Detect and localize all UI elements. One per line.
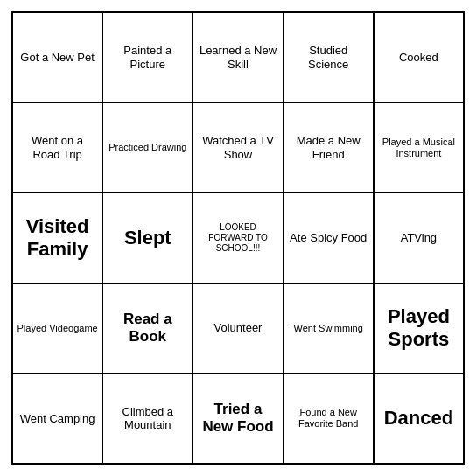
cell-16: Read a Book — [102, 284, 192, 374]
cell-13: Ate Spicy Food — [284, 192, 374, 283]
cell-7: Watched a TV Show — [192, 102, 283, 192]
cell-21: Climbed a Mountain — [102, 374, 192, 464]
cell-18: Went Swimming — [284, 284, 374, 374]
bingo-board: Got a New PetPainted a PictureLearned a … — [10, 10, 466, 466]
cell-24: Danced — [374, 374, 464, 464]
cell-9: Played a Musical Instrument — [374, 102, 464, 192]
cell-3: Studied Science — [284, 12, 374, 102]
cell-17: Volunteer — [192, 284, 283, 374]
cell-1: Painted a Picture — [102, 12, 192, 102]
cell-23: Found a New Favorite Band — [284, 374, 374, 464]
cell-2: Learned a New Skill — [192, 12, 283, 102]
cell-10: Visited Family — [12, 192, 102, 283]
cell-19: Played Sports — [374, 284, 464, 374]
cell-5: Went on a Road Trip — [12, 102, 102, 192]
cell-14: ATVing — [374, 192, 464, 283]
cell-8: Made a New Friend — [284, 102, 374, 192]
cell-15: Played Videogame — [12, 284, 102, 374]
cell-6: Practiced Drawing — [102, 102, 192, 192]
cell-20: Went Camping — [12, 374, 102, 464]
cell-22: Tried a New Food — [192, 374, 283, 464]
cell-0: Got a New Pet — [12, 12, 102, 102]
cell-11: Slept — [102, 192, 192, 283]
cell-12: LOOKED FORWARD TO SCHOOL!!! — [192, 192, 283, 283]
cell-4: Cooked — [374, 12, 464, 102]
